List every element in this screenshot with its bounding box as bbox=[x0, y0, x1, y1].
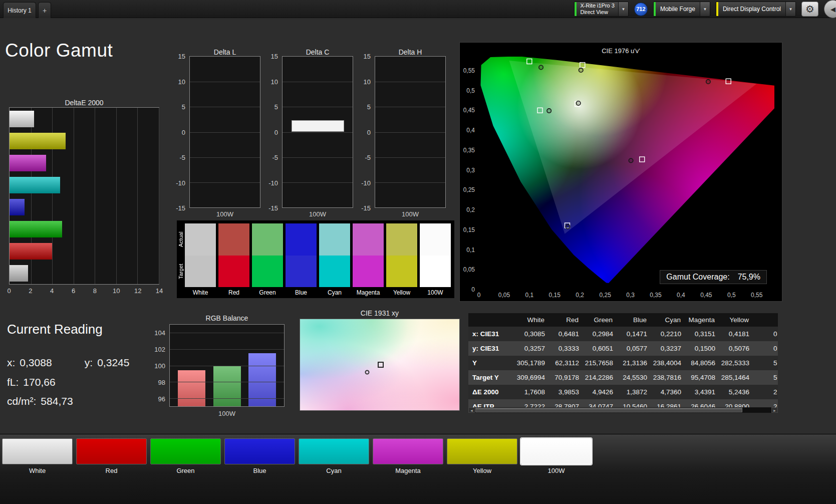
measured-marker-yellow bbox=[579, 68, 583, 72]
meter-name: X-Rite i1Pro 3 Direct View bbox=[577, 2, 618, 16]
swatch-target bbox=[185, 256, 216, 287]
chevron-down-icon[interactable]: ▼ bbox=[618, 2, 628, 16]
dh-ytick-label: -10 bbox=[361, 179, 371, 186]
table-row-label: ΔE ITP bbox=[468, 403, 515, 407]
table-header-cyan: Cyan bbox=[651, 316, 685, 324]
dh-ytick-label: -5 bbox=[365, 154, 371, 161]
pattern-source-selector[interactable]: Mobile Forge ▼ bbox=[653, 2, 710, 17]
swatch-column-magenta: Magenta bbox=[353, 223, 384, 297]
table-horizontal-scrollbar[interactable]: ◄ ► bbox=[468, 407, 778, 413]
swatch-actual bbox=[218, 223, 249, 256]
dc-gridline bbox=[283, 157, 353, 158]
scroll-left-arrow[interactable]: ◄ bbox=[468, 407, 475, 413]
table-cell: 0,0577 bbox=[617, 345, 651, 352]
meter-selector[interactable]: X-Rite i1Pro 3 Direct View ▼ bbox=[574, 2, 628, 17]
pattern-button-green[interactable]: Green bbox=[150, 438, 221, 474]
deltae-bar-yellow bbox=[10, 133, 66, 149]
table-cell: 285,1464 bbox=[719, 374, 753, 381]
pattern-label: Green bbox=[150, 464, 221, 474]
deltae-xtick-label: 2 bbox=[29, 287, 32, 295]
scrollbar-track[interactable] bbox=[475, 407, 771, 413]
current-reading-title: Current Reading bbox=[7, 322, 103, 337]
table-cell: 95,4708 bbox=[685, 374, 719, 381]
pattern-button-white[interactable]: White bbox=[2, 438, 73, 474]
table-cell-clipped: 5 bbox=[753, 374, 778, 381]
display-control-selector[interactable]: Direct Display Control ▼ bbox=[716, 2, 796, 17]
settings-gear-button[interactable]: ⚙ bbox=[801, 2, 818, 17]
deltae-bar-row bbox=[10, 176, 159, 193]
cie76-xtick-label: 0,45 bbox=[700, 292, 712, 299]
table-cell: 0,5076 bbox=[719, 345, 753, 352]
actual-row-label: Actual bbox=[177, 223, 184, 256]
pattern-button-blue[interactable]: Blue bbox=[224, 438, 295, 474]
scroll-right-arrow[interactable]: ► bbox=[771, 407, 778, 413]
tab-history-1[interactable]: History 1 bbox=[3, 2, 36, 18]
gamut-coverage-value: 75,9% bbox=[738, 273, 760, 282]
cie-1976-panel: CIE 1976 u'v' 00,050,10,150,20,250,30,35… bbox=[459, 42, 782, 302]
target-row-label: Target bbox=[177, 256, 184, 287]
dc-ytick-label: 15 bbox=[271, 53, 278, 60]
pattern-label: Blue bbox=[224, 464, 295, 474]
cie76-xtick-label: 0,3 bbox=[626, 292, 635, 299]
cie76-xtick-label: 0 bbox=[477, 292, 481, 299]
collapse-panel-button[interactable]: ◀ bbox=[824, 0, 836, 18]
dh-gridline bbox=[375, 107, 445, 107]
table-row-label: ΔE 2000 bbox=[468, 388, 515, 396]
pattern-buttons: WhiteRedGreenBlueCyanMagentaYellow100W bbox=[2, 438, 592, 474]
table-cell: 214,2286 bbox=[583, 374, 617, 381]
table-header-red: Red bbox=[549, 316, 583, 324]
delta-c-x-label: 100W bbox=[282, 210, 353, 218]
table-cell-clipped: 5 bbox=[753, 359, 778, 367]
deltae-2000-chart bbox=[9, 107, 159, 285]
pattern-button-100w[interactable]: 100W bbox=[521, 438, 592, 474]
pattern-swatch bbox=[373, 438, 443, 464]
table-cell-clipped: 2 bbox=[753, 388, 778, 396]
pattern-swatch bbox=[299, 438, 369, 464]
pattern-button-magenta[interactable]: Magenta bbox=[373, 438, 443, 474]
rgb-balance-title: RGB Balance bbox=[169, 314, 285, 322]
dc-gridline bbox=[283, 82, 353, 82]
source-name: Mobile Forge bbox=[656, 2, 700, 16]
dh-ytick-label: 0 bbox=[367, 128, 371, 136]
cie76-ytick-label: 0,25 bbox=[463, 186, 475, 193]
table-row-label: y: CIE31 bbox=[468, 345, 515, 352]
pattern-swatch bbox=[521, 438, 592, 464]
dh-ytick-label: 15 bbox=[364, 53, 371, 60]
delta-c-title: Delta C bbox=[282, 48, 353, 56]
table-row: x: CIE310,30850,64810,29840,14710,22100,… bbox=[468, 327, 778, 341]
scrollbar-thumb[interactable] bbox=[475, 408, 742, 412]
chevron-down-icon[interactable]: ▼ bbox=[700, 2, 710, 16]
table-cell: 0,3085 bbox=[515, 330, 549, 338]
pattern-button-yellow[interactable]: Yellow bbox=[447, 438, 517, 474]
cie76-xtick-label: 0,05 bbox=[498, 292, 510, 299]
table-cell: 0,1500 bbox=[685, 345, 719, 352]
chevron-left-icon: ◀ bbox=[830, 6, 835, 13]
table-cell: 28,7807 bbox=[549, 403, 583, 407]
cie76-ytick-label: 0,4 bbox=[466, 127, 475, 134]
dl-ytick-label: 15 bbox=[178, 53, 185, 60]
table-header-yellow: Yellow bbox=[719, 316, 753, 324]
swatch-label: Magenta bbox=[353, 287, 384, 297]
add-tab-button[interactable]: + bbox=[38, 2, 51, 18]
tab-history-label: History 1 bbox=[8, 7, 31, 14]
pattern-button-red[interactable]: Red bbox=[76, 438, 147, 474]
rgb-balance-x-label: 100W bbox=[169, 410, 285, 417]
swatch-label: Yellow bbox=[386, 287, 417, 297]
swatch-label: White bbox=[185, 287, 216, 297]
deltae-xtick-label: 8 bbox=[93, 287, 97, 295]
pattern-swatch bbox=[447, 438, 517, 464]
calibration-app-window: History 1 + X-Rite i1Pro 3 Direct View ▼… bbox=[0, 0, 836, 504]
delta-h-chart bbox=[375, 56, 446, 208]
table-row: Y305,178962,3112215,765821,3136238,40048… bbox=[468, 356, 778, 370]
delta-h-title: Delta H bbox=[375, 48, 446, 56]
deltae-bar-magenta bbox=[10, 155, 46, 171]
chevron-down-icon[interactable]: ▼ bbox=[785, 2, 795, 16]
rgb-balance-y-axis: 1041021009896 bbox=[149, 324, 167, 407]
table-row-label: x: CIE31 bbox=[468, 330, 515, 338]
pattern-button-cyan[interactable]: Cyan bbox=[299, 438, 369, 474]
meter-count-badge[interactable]: 712 bbox=[634, 3, 648, 16]
table-cell: 0,6481 bbox=[549, 330, 583, 338]
cie76-xtick-label: 0,15 bbox=[549, 292, 561, 299]
table-cell-clipped: 2 bbox=[753, 403, 778, 407]
bottom-bar: WhiteRedGreenBlueCyanMagentaYellow100W ▲… bbox=[0, 434, 836, 504]
